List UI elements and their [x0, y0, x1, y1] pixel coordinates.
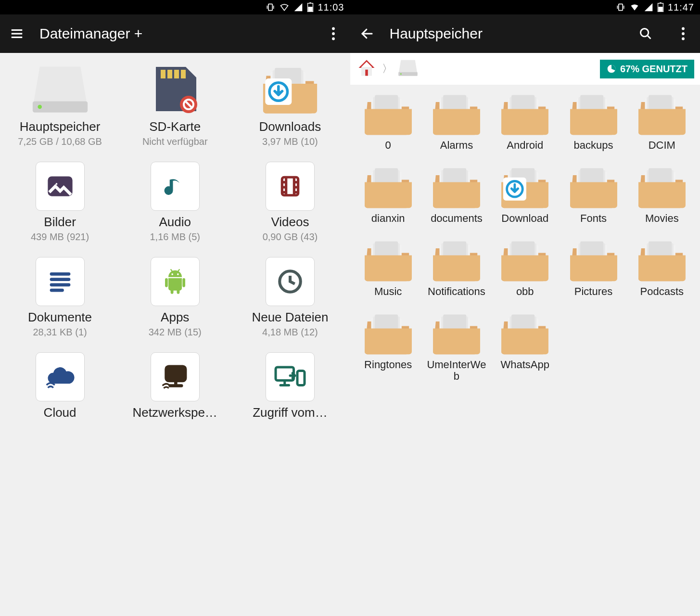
cat-label: SD-Karte: [149, 119, 201, 134]
folder-item[interactable]: Android: [494, 90, 556, 153]
home-icon[interactable]: [356, 57, 377, 80]
cat-sub: 342 MB (15): [149, 327, 202, 338]
folder-item[interactable]: Download: [494, 164, 556, 226]
folder-item[interactable]: Fonts: [562, 164, 624, 226]
svg-rect-57: [619, 4, 623, 10]
folder-icon: [362, 90, 415, 137]
folder-label: obb: [516, 286, 534, 299]
chevron-right-icon: 〉: [382, 62, 393, 76]
folder-item[interactable]: Notifications: [425, 237, 488, 299]
svg-point-64: [641, 29, 649, 37]
category-grid: Hauptspeicher 7,25 GB / 10,68 GB SD-Kart…: [5, 63, 345, 420]
folder-item[interactable]: WhatsApp: [494, 310, 556, 382]
app-bar: Dateimanager +: [0, 14, 350, 53]
folder-label: Notifications: [428, 286, 485, 299]
folder-item[interactable]: Alarms: [425, 90, 488, 153]
folder-label: Podcasts: [640, 286, 684, 299]
folder-icon: [636, 164, 688, 210]
cat-label: Cloud: [44, 405, 76, 420]
status-time: 11:47: [668, 2, 694, 13]
folder-item[interactable]: DCIM: [631, 90, 693, 153]
cat-sub: 1,16 MB (5): [150, 231, 200, 243]
more-icon[interactable]: [325, 26, 342, 42]
usage-label: 67% GENUTZT: [620, 64, 687, 75]
network-icon: [151, 352, 200, 401]
folder-item[interactable]: backups: [562, 90, 624, 153]
cat-videos[interactable]: Videos 0,90 GB (43): [235, 162, 345, 243]
cat-sdkarte[interactable]: SD-Karte Nicht verfügbar: [120, 63, 230, 147]
folder-grid: 0AlarmsAndroidbackupsDCIMdianxindocument…: [350, 85, 700, 388]
images-icon: [36, 162, 85, 211]
cat-label: Audio: [159, 215, 191, 230]
svg-rect-18: [310, 2, 312, 3]
folder-item[interactable]: 0: [357, 90, 420, 153]
apps-icon: [151, 257, 200, 306]
folder-item[interactable]: dianxin: [357, 164, 420, 226]
cat-sub: 28,31 KB (1): [33, 327, 87, 338]
back-icon[interactable]: [359, 26, 375, 42]
folder-item[interactable]: UmeInterWeb: [425, 310, 488, 382]
svg-line-48: [178, 269, 180, 271]
svg-rect-19: [308, 7, 313, 12]
folder-item[interactable]: Music: [357, 237, 420, 299]
svg-line-47: [170, 269, 172, 271]
hamburger-icon[interactable]: [9, 26, 25, 42]
folder-item[interactable]: documents: [425, 164, 488, 226]
cat-audio[interactable]: Audio 1,16 MB (5): [120, 162, 230, 243]
search-icon[interactable]: [637, 26, 654, 42]
cat-cloud[interactable]: Cloud: [5, 352, 115, 420]
folder-label: Alarms: [440, 140, 473, 153]
svg-rect-44: [177, 289, 179, 294]
cat-netzwerk[interactable]: Netzwerkspe…: [120, 352, 230, 420]
folder-label: Download: [501, 213, 548, 226]
svg-point-25: [332, 38, 335, 40]
folder-label: Fonts: [580, 213, 607, 226]
pie-icon: [607, 64, 616, 74]
cat-neue-dateien[interactable]: Neue Dateien 4,18 MB (12): [235, 257, 345, 338]
remote-icon: [266, 352, 315, 401]
folder-item[interactable]: Movies: [631, 164, 693, 226]
folder-item[interactable]: Pictures: [562, 237, 624, 299]
cat-sub: 4,18 MB (12): [262, 327, 318, 338]
folder-icon: [430, 90, 483, 137]
app-bar: Hauptspeicher: [350, 14, 700, 53]
cat-bilder[interactable]: Bilder 439 MB (921): [5, 162, 115, 243]
folder-view: 〉 67% GENUTZT 0AlarmsAndroidbackupsDCIMd…: [350, 53, 700, 616]
svg-point-66: [682, 27, 685, 30]
folder-icon: [430, 164, 483, 210]
svg-rect-56: [297, 371, 305, 385]
vibrate-icon: [266, 2, 275, 12]
cat-hauptspeicher[interactable]: Hauptspeicher 7,25 GB / 10,68 GB: [5, 63, 115, 147]
folder-item[interactable]: Ringtones: [357, 310, 420, 382]
folder-icon: [430, 310, 483, 356]
svg-point-68: [682, 38, 685, 40]
folder-item[interactable]: Podcasts: [631, 237, 693, 299]
folder-icon: [567, 164, 620, 210]
svg-line-65: [648, 36, 651, 39]
sd-blocked-icon: [144, 63, 206, 116]
category-view: Hauptspeicher 7,25 GB / 10,68 GB SD-Kart…: [0, 53, 350, 616]
audio-icon: [151, 162, 200, 211]
status-bar: 11:03: [0, 0, 350, 14]
cat-label: Dokumente: [28, 310, 92, 325]
usage-badge[interactable]: 67% GENUTZT: [600, 60, 694, 78]
folder-label: Android: [507, 140, 543, 153]
cat-dokumente[interactable]: Dokumente 28,31 KB (1): [5, 257, 115, 338]
svg-rect-14: [268, 4, 272, 10]
recent-icon: [266, 257, 315, 306]
app-title: Hauptspeicher: [390, 26, 624, 42]
folder-item[interactable]: obb: [494, 237, 556, 299]
svg-point-23: [332, 27, 335, 30]
cat-zugriff[interactable]: Zugriff vom…: [235, 352, 345, 420]
wifi-icon: [279, 2, 290, 12]
folder-label: dianxin: [371, 213, 405, 226]
documents-icon: [36, 257, 85, 306]
cat-apps[interactable]: Apps 342 MB (15): [120, 257, 230, 338]
folder-icon: [362, 164, 415, 210]
more-icon[interactable]: [675, 26, 691, 42]
cat-downloads[interactable]: Downloads 3,97 MB (10): [235, 63, 345, 147]
videos-icon: [266, 162, 315, 211]
app-title: Dateimanager +: [39, 26, 311, 42]
folder-label: Pictures: [574, 286, 612, 299]
drive-icon[interactable]: [397, 58, 419, 79]
